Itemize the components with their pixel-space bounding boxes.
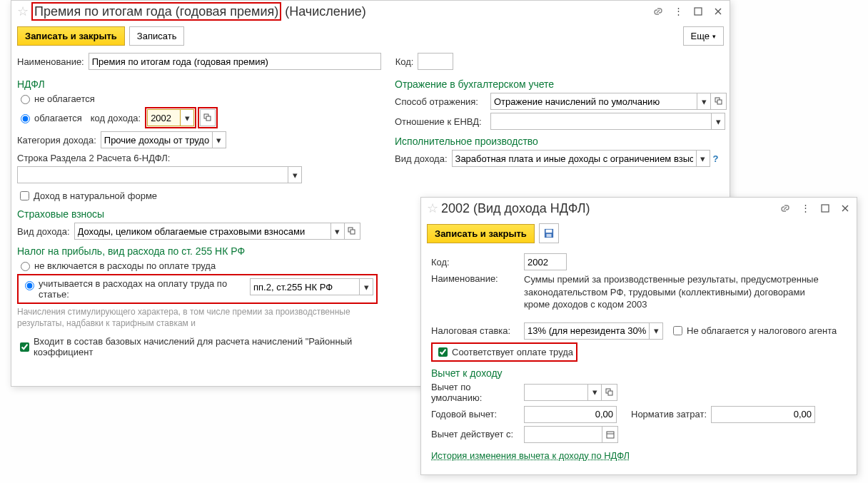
w2-code-input[interactable] <box>524 253 567 270</box>
six-ndfl-dropdown-icon[interactable]: ▾ <box>288 166 302 183</box>
ndfl-taxed-label: облагается <box>34 113 82 123</box>
envd-dropdown-icon[interactable]: ▾ <box>712 113 725 130</box>
tax-hint: Начисления стимулирующего характера, в т… <box>17 307 378 329</box>
toolbar: Записать и закрыть Записать Еще▾ <box>11 22 730 50</box>
favorite-star-icon-2[interactable]: ☆ <box>427 200 438 216</box>
reflection-method-input[interactable] <box>490 93 697 110</box>
svg-rect-4 <box>350 230 355 234</box>
base-accrual-label: Входит в состав базовых начислений для р… <box>34 336 378 357</box>
envd-input[interactable] <box>490 113 712 130</box>
natural-income-label: Доход в натуральной форме <box>34 190 157 201</box>
code-label: Код: <box>395 56 414 67</box>
window-title-2: 2002 (Вид дохода НДФЛ) <box>441 201 590 216</box>
toolbar-2: Записать и закрыть <box>421 219 857 248</box>
w2-ded-norm-input[interactable] <box>711 406 815 423</box>
w2-ded-from-label: Вычет действует с: <box>431 429 524 439</box>
w2-corresponds-label: Соответствует оплате труда <box>452 347 573 357</box>
reflection-method-label: Способ отражения: <box>395 96 490 107</box>
titlebar: ☆ Премия по итогам года (годовая премия)… <box>11 1 730 22</box>
maximize-icon-2[interactable] <box>819 203 831 214</box>
w2-corresponds-checkbox[interactable] <box>438 347 448 357</box>
insurance-section-header: Страховые взносы <box>17 208 378 220</box>
w2-ded-default-open-button[interactable] <box>602 384 617 401</box>
svg-rect-12 <box>608 391 612 395</box>
w2-ded-year-label: Годовой вычет: <box>431 409 524 420</box>
titlebar-2: ☆ 2002 (Вид дохода НДФЛ) ⋮ <box>421 198 857 219</box>
w2-deduction-header: Вычет к доходу <box>431 367 847 379</box>
name-label: Наименование: <box>17 56 84 67</box>
link-icon-2[interactable] <box>779 203 791 214</box>
svg-rect-6 <box>717 100 722 104</box>
w2-not-taxed-label: Не облагается у налогового агента <box>687 325 837 336</box>
ndfl-taxed-radio[interactable] <box>21 114 30 123</box>
income-code-label: код дохода: <box>91 113 141 123</box>
w2-ded-default-label: Вычет по умолчанию: <box>431 382 524 403</box>
insurance-type-open-button[interactable] <box>345 223 360 240</box>
exec-income-type-label: Вид дохода: <box>395 153 448 164</box>
ndfl-section-header: НДФЛ <box>17 78 378 90</box>
income-category-dropdown-icon[interactable]: ▾ <box>213 131 226 148</box>
envd-label: Отношение к ЕНВД: <box>395 116 490 127</box>
tax-included-radio[interactable] <box>25 281 34 290</box>
code-input[interactable] <box>418 53 453 70</box>
help-icon[interactable]: ? <box>713 153 719 164</box>
w2-code-label: Код: <box>431 257 524 268</box>
w2-rate-label: Налоговая ставка: <box>431 325 524 336</box>
tax-article-dropdown-icon[interactable]: ▾ <box>360 278 373 295</box>
title-highlight: Премия по итогам года (годовая премия) <box>31 2 281 21</box>
exec-section-header: Исполнительное производство <box>395 136 727 147</box>
svg-rect-10 <box>546 234 551 237</box>
tax-article-input[interactable] <box>250 278 360 295</box>
w2-rate-input[interactable] <box>524 322 650 340</box>
base-accrual-checkbox[interactable] <box>20 342 29 352</box>
income-code-dropdown-icon[interactable]: ▾ <box>181 109 194 126</box>
exec-income-type-input[interactable] <box>452 150 697 167</box>
income-code-input[interactable] <box>147 109 181 126</box>
ndfl-not-taxed-radio[interactable] <box>21 95 30 104</box>
six-ndfl-label: Строка Раздела 2 Расчета 6-НДФЛ: <box>17 153 378 163</box>
ndfl-not-taxed-label: не облагается <box>34 93 95 104</box>
insurance-type-label: Вид дохода: <box>17 226 70 237</box>
link-icon[interactable] <box>652 6 664 17</box>
w2-rate-dropdown-icon[interactable]: ▾ <box>650 322 663 340</box>
name-input[interactable] <box>89 53 381 70</box>
save-close-button-2[interactable]: Записать и закрыть <box>427 224 535 243</box>
save-icon-button[interactable] <box>539 223 559 243</box>
w2-ded-default-dropdown-icon[interactable]: ▾ <box>588 384 602 401</box>
window-title: Премия по итогам года (годовая премия) (… <box>31 4 366 19</box>
income-code-open-button[interactable] <box>200 109 216 126</box>
save-close-button[interactable]: Записать и закрыть <box>17 26 125 46</box>
svg-rect-9 <box>545 230 552 233</box>
reflection-method-dropdown-icon[interactable]: ▾ <box>697 93 711 110</box>
svg-rect-7 <box>822 205 829 212</box>
w2-history-link[interactable]: История изменения вычета к доходу по НДФ… <box>431 450 630 461</box>
more-icon[interactable]: ⋮ <box>672 6 684 17</box>
window-controls: ⋮ <box>652 6 724 17</box>
natural-income-checkbox[interactable] <box>20 191 29 200</box>
profit-tax-section-header: Налог на прибыль, вид расхода по ст. 255… <box>17 245 378 257</box>
tax-excluded-label: не включается в расходы по оплате труда <box>34 260 216 271</box>
close-icon[interactable] <box>712 6 724 17</box>
insurance-type-dropdown-icon[interactable]: ▾ <box>331 223 345 240</box>
close-icon-2[interactable] <box>839 203 851 214</box>
tax-excluded-radio[interactable] <box>21 262 30 271</box>
w2-ded-from-calendar-icon[interactable] <box>602 426 618 443</box>
income-category-input[interactable] <box>101 131 213 148</box>
w2-ded-from-input[interactable] <box>524 426 602 443</box>
six-ndfl-input[interactable] <box>17 166 288 183</box>
more-icon-2[interactable]: ⋮ <box>799 203 811 214</box>
w2-ded-year-input[interactable] <box>524 406 617 423</box>
reflection-method-open-button[interactable] <box>711 93 727 110</box>
w2-not-taxed-checkbox[interactable] <box>673 326 682 335</box>
svg-rect-2 <box>206 116 211 121</box>
exec-income-type-dropdown-icon[interactable]: ▾ <box>697 150 710 167</box>
favorite-star-icon[interactable]: ☆ <box>17 4 29 19</box>
svg-rect-13 <box>607 432 614 438</box>
insurance-type-input[interactable] <box>74 223 331 240</box>
w2-name-label: Наименование: <box>431 273 524 284</box>
ndfl-income-type-window: ☆ 2002 (Вид дохода НДФЛ) ⋮ Записать и за… <box>420 197 857 475</box>
maximize-icon[interactable] <box>692 6 704 17</box>
save-button[interactable]: Записать <box>129 26 185 46</box>
more-button[interactable]: Еще▾ <box>683 26 724 46</box>
w2-ded-default-input[interactable] <box>524 384 588 401</box>
